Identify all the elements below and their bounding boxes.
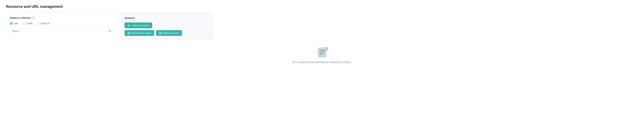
svg-rect-14 <box>319 50 325 51</box>
svg-rect-16 <box>319 53 323 54</box>
add-resource-label: + Add a resource <box>131 24 149 27</box>
radio-status-label: STATUS <box>40 22 50 25</box>
action-buttons: + Add a resource Resolutions import <box>124 23 209 36</box>
search-button[interactable] <box>106 28 113 34</box>
radio-option-url[interactable]: URL <box>10 22 19 25</box>
radio-type-label: TYPE <box>26 22 33 25</box>
empty-state: Do a search to start working on resource… <box>6 40 638 67</box>
radio-url-label: URL <box>14 22 19 25</box>
svg-rect-15 <box>319 52 325 53</box>
criterion-label-text: Select a criterion <box>10 16 31 19</box>
import-icon-redirect <box>159 32 162 34</box>
radio-url[interactable] <box>10 22 13 25</box>
actions-title: Actions <box>124 16 209 20</box>
radio-status[interactable] <box>36 22 40 25</box>
add-resource-button[interactable]: + Add a resource <box>124 23 152 28</box>
criterion-label: Select a criterion ? <box>10 16 113 19</box>
radio-option-type[interactable]: TYPE <box>22 22 33 25</box>
document-icon <box>318 48 326 58</box>
search-input[interactable] <box>10 28 105 34</box>
search-panel: Select a criterion ? URL TYPE STATUS <box>6 13 117 38</box>
help-icon[interactable]: ? <box>32 16 35 19</box>
empty-illustration <box>316 47 328 58</box>
radio-type[interactable] <box>22 22 25 25</box>
redirect-import-button[interactable]: Redirect import <box>156 30 182 36</box>
page-title: Resource and URL management <box>6 5 638 9</box>
main-layout: Select a criterion ? URL TYPE STATUS <box>6 13 638 40</box>
svg-point-0 <box>109 30 110 31</box>
search-row <box>10 28 113 34</box>
import-buttons-row: Resolutions import Redirect import <box>124 30 182 36</box>
actions-panel: Actions + Add a resource Resolutions imp… <box>121 13 213 40</box>
empty-state-message: Do a search to start working on resource… <box>292 61 351 63</box>
radio-group: URL TYPE STATUS <box>10 22 113 25</box>
plus-icon <box>128 24 130 27</box>
svg-line-1 <box>110 31 111 32</box>
resolutions-import-button[interactable]: Resolutions import <box>124 30 154 36</box>
radio-option-status[interactable]: STATUS <box>36 22 50 25</box>
resolutions-import-label: Resolutions import <box>131 32 151 34</box>
search-icon <box>108 29 111 32</box>
import-icon-resolutions <box>128 32 130 34</box>
redirect-import-label: Redirect import <box>163 32 179 34</box>
